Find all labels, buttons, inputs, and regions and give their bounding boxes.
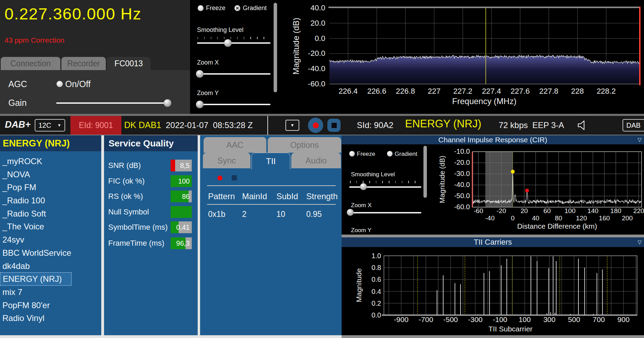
tab-tii[interactable]: TII (251, 153, 290, 169)
cir-smoothing-tick-marks (350, 181, 421, 183)
gain-slider-track[interactable] (56, 102, 171, 104)
tab-connection[interactable]: Connection (1, 57, 60, 70)
tab-audio[interactable]: Audio (291, 153, 341, 168)
svg-text:120: 120 (576, 214, 587, 222)
spectrum-gradient-radio[interactable]: ✕ (234, 5, 240, 11)
stop-icon (332, 123, 337, 128)
service-quality-title: Service Quality (107, 138, 174, 149)
output-dropdown[interactable]: DAB ▼ (622, 119, 644, 132)
station-item[interactable]: BBC WorldService (0, 246, 101, 260)
svg-text:1.0: 1.0 (371, 252, 381, 260)
svg-text:226.8: 226.8 (396, 87, 415, 95)
tii-col-subid: SubId (276, 192, 298, 201)
expand-button[interactable]: ▼ (285, 120, 299, 131)
dab-player-window: 0.227.360.000 Hz 43 ppm Correction Conne… (0, 0, 644, 338)
zoom-y-slider-thumb[interactable] (196, 101, 204, 108)
smoothing-slider-thumb[interactable] (224, 39, 232, 47)
gain-label: Gain (8, 98, 27, 108)
cir-title: Channel Impulse Response (CIR) (438, 136, 547, 144)
spectrum-freeze-radio[interactable] (198, 5, 204, 11)
smoothing-slider-track[interactable] (197, 42, 271, 44)
frametime-label: FrameTime (ms) (108, 237, 164, 249)
horizontal-scrollbar[interactable] (342, 335, 644, 338)
cir-zoom-x-thumb[interactable] (347, 209, 354, 216)
agc-radio[interactable] (57, 81, 63, 87)
cir-smoothing-label: Smoothing Level (351, 171, 395, 178)
svg-text:0.0: 0.0 (371, 311, 381, 319)
station-item[interactable]: dk4dab (0, 260, 101, 273)
station-item[interactable]: _Pop FM (0, 181, 101, 194)
svg-text:-700: -700 (419, 315, 433, 323)
spectrum-zoom-y-slider[interactable] (197, 101, 271, 108)
tab-recorder[interactable]: Recorder (61, 57, 106, 70)
svg-text:-100: -100 (493, 315, 507, 323)
svg-text:-40.0: -40.0 (308, 64, 325, 73)
svg-text:900: 900 (617, 315, 629, 323)
svg-text:Distance Difference (km): Distance Difference (km) (517, 222, 597, 230)
protection-label: EEP 3-A (532, 120, 564, 130)
cir-zoom-x-track[interactable] (349, 212, 421, 213)
station-item[interactable]: mix 7 (0, 286, 101, 299)
table-header-underline (207, 204, 336, 205)
ensemble-name: DK DAB1 (124, 120, 161, 130)
station-item[interactable]: _Radio 100 (0, 194, 101, 207)
svg-text:-20.0: -20.0 (454, 159, 470, 166)
tii-cell-subid: 10 (276, 210, 285, 219)
zoom-x-slider-thumb[interactable] (196, 70, 204, 78)
collapse-triangle-icon[interactable]: ▽ (637, 137, 642, 143)
gain-slider[interactable] (56, 99, 171, 107)
cir-freeze-radio[interactable] (349, 151, 355, 157)
svg-text:-30.0: -30.0 (454, 170, 470, 177)
station-item[interactable]: _myROCK (0, 155, 101, 168)
null-symbol-bar (171, 206, 192, 218)
collapse-triangle-icon[interactable]: ▽ (637, 239, 642, 245)
cir-gradient-radio[interactable] (387, 151, 393, 157)
station-item-selected[interactable]: ENERGY (NRJ) (0, 272, 71, 286)
stop-button[interactable] (327, 119, 341, 132)
spectrum-zoom-x-slider[interactable] (197, 70, 271, 78)
station-item[interactable]: Radio Vinyl (0, 312, 101, 325)
station-item[interactable]: _The Voice (0, 220, 101, 233)
spectrum-controls-scrollbar[interactable] (274, 3, 277, 92)
tab-sync[interactable]: Sync (203, 153, 250, 168)
panel-splitter[interactable] (101, 135, 104, 338)
tii-panel-header: TII Carriers ▽ (342, 237, 644, 247)
svg-text:227: 227 (428, 87, 440, 95)
svg-text:227.8: 227.8 (539, 87, 558, 95)
cir-controls-scrollbar[interactable] (423, 146, 427, 198)
cir-freeze-label: Freeze (357, 151, 375, 158)
station-item[interactable]: PopFM 80'er (0, 299, 101, 312)
horizontal-scrollbar[interactable] (342, 235, 644, 237)
svg-text:-900: -900 (394, 315, 409, 323)
panel-splitter[interactable] (198, 135, 200, 338)
record-button[interactable] (308, 118, 323, 133)
gain-slider-thumb[interactable] (164, 99, 171, 107)
zoom-y-slider-track[interactable] (197, 104, 271, 105)
tab-aac[interactable]: AAC (204, 137, 266, 153)
speaker-icon[interactable] (577, 119, 589, 131)
zoom-x-slider-track[interactable] (197, 73, 271, 75)
rs-value: 86 (182, 193, 190, 201)
tab-options[interactable]: Options (268, 137, 341, 153)
tab-fc0013[interactable]: FC0013 (107, 57, 151, 70)
station-item[interactable]: _NOVA (0, 168, 101, 181)
cir-smoothing-thumb[interactable] (360, 183, 367, 190)
quality-row: SNR (dB) 8,5 (104, 160, 198, 171)
svg-text:0.8: 0.8 (371, 264, 381, 271)
station-item[interactable]: 24syv (0, 233, 101, 246)
svg-text:226.6: 226.6 (367, 87, 386, 95)
svg-text:-20.0: -20.0 (308, 49, 325, 58)
null-symbol-label: Null Symbol (108, 206, 149, 218)
spectrum-smoothing-slider[interactable] (197, 39, 271, 47)
cir-zoom-x-slider[interactable] (349, 209, 421, 217)
agc-label: AGC (8, 79, 27, 89)
spectrum-gradient-label: Gradient (243, 5, 267, 12)
tii-carriers-title: TII Carriers (474, 238, 512, 247)
svg-text:-60.0: -60.0 (308, 79, 325, 88)
frametime-bar: 96,3 (171, 237, 192, 249)
cir-smoothing-slider[interactable] (349, 183, 421, 191)
detail-tabs-panel: AAC Options Sync TII Audio Pattern MainI… (200, 135, 342, 335)
cir-chart: -10.0-20.0-30.0-40.0-50.0-60.0-60-202060… (430, 144, 644, 235)
channel-dropdown[interactable]: 12C ▼ (35, 119, 65, 132)
station-item[interactable]: _Radio Soft (0, 207, 101, 220)
